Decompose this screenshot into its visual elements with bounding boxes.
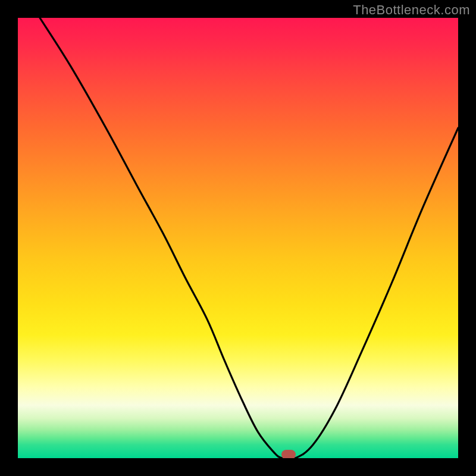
optimal-marker [281,450,296,458]
bottleneck-curve [18,18,458,458]
watermark-text: TheBottleneck.com [353,2,470,18]
plot-area [18,18,458,458]
